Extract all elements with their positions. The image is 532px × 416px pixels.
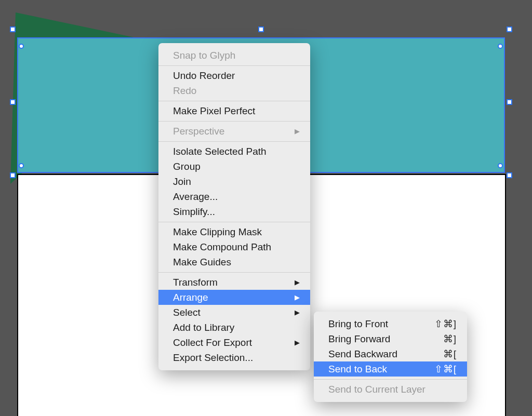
menu-item-label: Redo [173, 85, 196, 97]
menu-item-label: Join [173, 176, 191, 187]
menu-item-add-to-library[interactable]: Add to Library [158, 320, 310, 335]
menu-shortcut: ⇧⌘[ [419, 363, 457, 375]
menu-item-bring-forward[interactable]: Bring Forward⌘] [314, 331, 467, 346]
resize-handle-br[interactable] [507, 172, 512, 178]
menu-item-send-to-current-layer: Send to Current Layer [314, 382, 467, 397]
menu-item-arrange[interactable]: Arrange▶ [158, 290, 310, 305]
menu-item-undo-reorder[interactable]: Undo Reorder [158, 68, 310, 83]
menu-shortcut: ⌘[ [428, 348, 457, 360]
menu-item-average[interactable]: Average... [158, 189, 310, 204]
menu-item-label: Select [173, 307, 201, 318]
menu-item-label: Simplify... [173, 206, 215, 218]
menu-item-label: Make Guides [173, 257, 231, 268]
menu-item-label: Export Selection... [173, 352, 253, 364]
menu-item-transform[interactable]: Transform▶ [158, 275, 310, 290]
menu-item-make-compound-path[interactable]: Make Compound Path [158, 239, 310, 254]
menu-item-label: Snap to Glyph [173, 50, 235, 61]
menu-item-label: Undo Reorder [173, 70, 235, 82]
submenu-arrow-icon: ▶ [279, 278, 300, 286]
menu-item-send-backward[interactable]: Send Backward⌘[ [314, 346, 467, 361]
menu-item-label: Isolate Selected Path [173, 146, 267, 157]
menu-item-label: Arrange [173, 292, 208, 303]
menu-item-simplify[interactable]: Simplify... [158, 204, 310, 219]
menu-item-isolate-selected-path[interactable]: Isolate Selected Path [158, 144, 310, 159]
menu-item-send-to-back[interactable]: Send to Back⇧⌘[ [314, 361, 467, 377]
menu-item-redo: Redo [158, 83, 310, 98]
menu-item-label: Add to Library [173, 322, 234, 333]
menu-item-label: Make Pixel Perfect [173, 105, 255, 117]
menu-item-label: Make Compound Path [173, 241, 271, 253]
menu-item-join[interactable]: Join [158, 174, 310, 189]
menu-item-label: Send to Current Layer [328, 384, 425, 395]
submenu-arrow-icon: ▶ [279, 127, 300, 135]
menu-item-label: Group [173, 161, 201, 172]
menu-item-label: Send to Back [328, 364, 387, 375]
menu-item-label: Bring Forward [328, 333, 390, 345]
submenu-arrow-icon: ▶ [279, 308, 300, 316]
submenu-arrow-icon: ▶ [279, 293, 300, 301]
resize-handle-tm[interactable] [258, 26, 264, 32]
menu-item-snap-to-glyph: Snap to Glyph [158, 48, 310, 63]
resize-handle-bl[interactable] [10, 172, 16, 178]
resize-handle-tr[interactable] [507, 26, 512, 32]
resize-handle-mr[interactable] [507, 99, 512, 105]
menu-shortcut: ⇧⌘] [419, 318, 457, 330]
submenu-arrow-icon: ▶ [279, 339, 300, 346]
stage: Snap to GlyphUndo ReorderRedoMake Pixel … [0, 0, 532, 416]
menu-item-label: Collect For Export [173, 337, 252, 348]
arrange-submenu[interactable]: Bring to Front⇧⌘]Bring Forward⌘]Send Bac… [314, 312, 467, 402]
menu-item-perspective: Perspective▶ [158, 124, 310, 139]
menu-item-label: Make Clipping Mask [173, 226, 262, 238]
menu-shortcut: ⌘] [428, 333, 457, 345]
menu-item-make-guides[interactable]: Make Guides [158, 254, 310, 270]
menu-item-make-clipping-mask[interactable]: Make Clipping Mask [158, 224, 310, 239]
context-menu[interactable]: Snap to GlyphUndo ReorderRedoMake Pixel … [158, 43, 310, 370]
menu-item-label: Send Backward [328, 348, 397, 360]
menu-item-group[interactable]: Group [158, 159, 310, 174]
resize-handle-ml[interactable] [10, 99, 16, 105]
menu-item-label: Perspective [173, 126, 224, 137]
menu-item-bring-to-front[interactable]: Bring to Front⇧⌘] [314, 316, 467, 331]
menu-item-make-pixel-perfect[interactable]: Make Pixel Perfect [158, 103, 310, 118]
menu-item-collect-for-export[interactable]: Collect For Export▶ [158, 335, 310, 350]
menu-item-label: Average... [173, 191, 218, 203]
menu-item-export-selection[interactable]: Export Selection... [158, 350, 310, 365]
menu-item-label: Bring to Front [328, 318, 388, 330]
menu-item-select[interactable]: Select▶ [158, 305, 310, 320]
resize-handle-tl[interactable] [10, 26, 16, 32]
menu-item-label: Transform [173, 277, 218, 288]
